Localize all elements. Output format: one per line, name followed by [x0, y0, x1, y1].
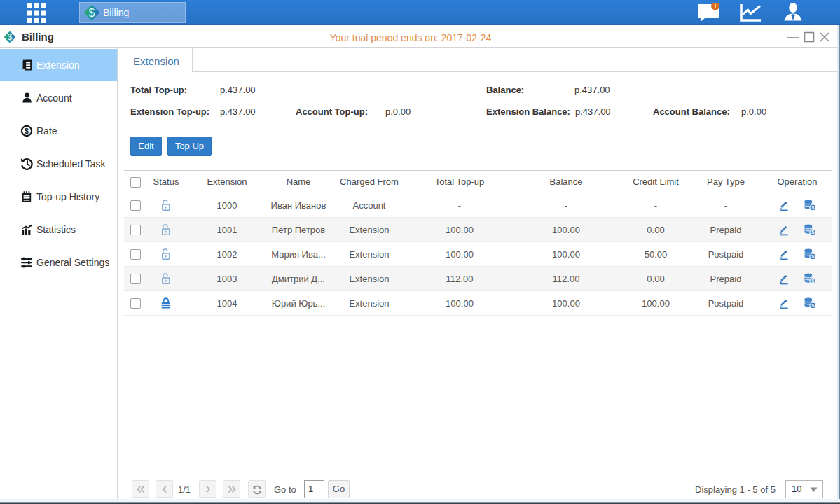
svg-text:$: $ [25, 127, 29, 135]
svg-text:$: $ [89, 7, 95, 19]
svg-text:!: ! [715, 3, 717, 10]
